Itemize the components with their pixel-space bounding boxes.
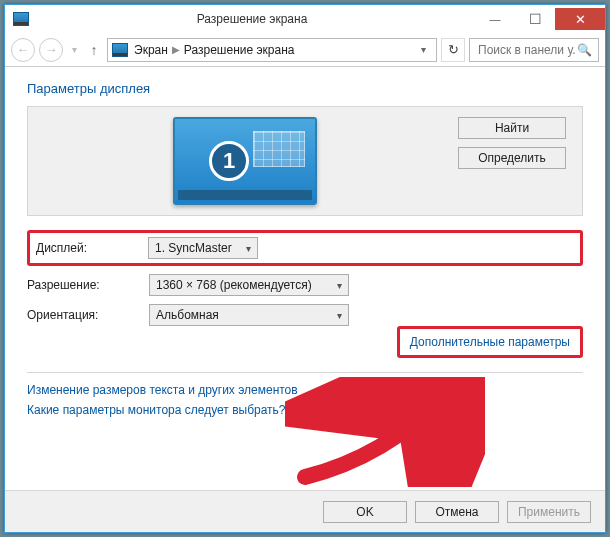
window: Разрешение экрана ← → ▾ ↑ Экран ▶ Разреш…: [5, 5, 605, 532]
titlebar: Разрешение экрана: [5, 5, 605, 33]
settings-form: Дисплей: 1. SyncMaster ▾ Разрешение: 136…: [27, 230, 583, 417]
highlight-display-row: Дисплей: 1. SyncMaster ▾: [27, 230, 583, 266]
maximize-button[interactable]: [515, 8, 555, 30]
display-value: 1. SyncMaster: [155, 241, 232, 255]
monitor-icon: [112, 43, 128, 57]
refresh-button[interactable]: ↻: [441, 38, 465, 62]
text-size-link[interactable]: Изменение размеров текста и других элеме…: [27, 383, 583, 397]
resolution-select[interactable]: 1360 × 768 (рекомендуется) ▾: [149, 274, 349, 296]
search-input[interactable]: [476, 42, 577, 58]
apply-button[interactable]: Применить: [507, 501, 591, 523]
chevron-down-icon: ▾: [246, 243, 251, 254]
up-button[interactable]: ↑: [85, 41, 103, 59]
divider: [27, 372, 583, 373]
cancel-button[interactable]: Отмена: [415, 501, 499, 523]
dialog-footer: OK Отмена Применить: [5, 490, 605, 532]
desktop-grid-icon: [253, 131, 305, 167]
highlight-advanced: Дополнительные параметры: [397, 326, 583, 358]
orientation-value: Альбомная: [156, 308, 219, 322]
which-monitor-link[interactable]: Какие параметры монитора следует выбрать…: [27, 403, 583, 417]
search-icon[interactable]: 🔍: [577, 43, 592, 57]
advanced-settings-link[interactable]: Дополнительные параметры: [410, 335, 570, 349]
monitor-thumbnail[interactable]: 1: [173, 117, 317, 205]
chevron-right-icon: ▶: [172, 44, 180, 55]
app-icon: [13, 12, 29, 26]
breadcrumb-1[interactable]: Экран: [134, 43, 168, 57]
display-label: Дисплей:: [36, 241, 148, 255]
chevron-down-icon[interactable]: ▾: [421, 44, 426, 55]
breadcrumb-2[interactable]: Разрешение экрана: [184, 43, 295, 57]
display-select[interactable]: 1. SyncMaster ▾: [148, 237, 258, 259]
navbar: ← → ▾ ↑ Экран ▶ Разрешение экрана ▾ ↻ 🔍: [5, 33, 605, 67]
resolution-label: Разрешение:: [27, 278, 149, 292]
monitor-number: 1: [209, 141, 249, 181]
ok-button[interactable]: OK: [323, 501, 407, 523]
history-dropdown[interactable]: ▾: [67, 44, 81, 55]
identify-button[interactable]: Определить: [458, 147, 566, 169]
find-button[interactable]: Найти: [458, 117, 566, 139]
orientation-select[interactable]: Альбомная ▾: [149, 304, 349, 326]
forward-button[interactable]: →: [39, 38, 63, 62]
back-button[interactable]: ←: [11, 38, 35, 62]
resolution-value: 1360 × 768 (рекомендуется): [156, 278, 312, 292]
minimize-button[interactable]: [475, 8, 515, 30]
chevron-down-icon: ▾: [337, 280, 342, 291]
page-title: Параметры дисплея: [27, 81, 583, 96]
address-bar[interactable]: Экран ▶ Разрешение экрана ▾: [107, 38, 437, 62]
close-button[interactable]: [555, 8, 605, 30]
display-preview-area: 1 Найти Определить: [27, 106, 583, 216]
window-title: Разрешение экрана: [29, 12, 475, 26]
chevron-down-icon: ▾: [337, 310, 342, 321]
orientation-label: Ориентация:: [27, 308, 149, 322]
search-box[interactable]: 🔍: [469, 38, 599, 62]
